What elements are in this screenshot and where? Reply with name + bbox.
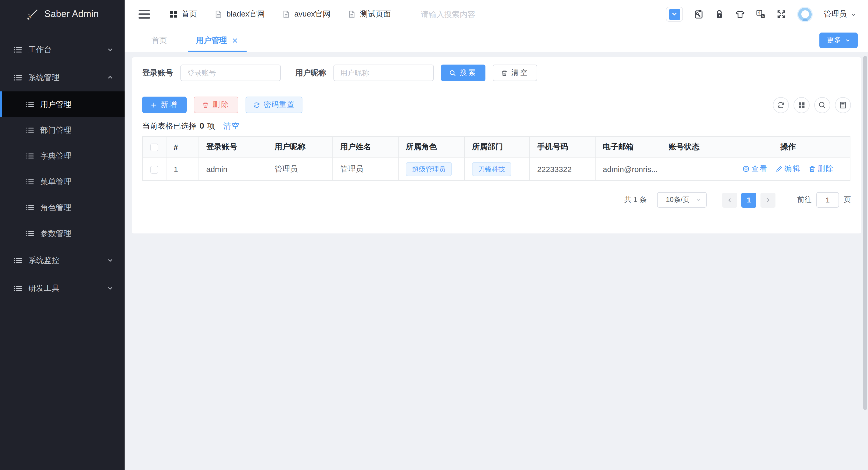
grid-icon (798, 101, 805, 109)
selection-clear-link[interactable]: 清空 (223, 121, 240, 131)
goto-page: 前往 页 (797, 192, 851, 208)
cell-operations: 查看 编辑 删除 (726, 157, 850, 180)
menu-list-icon (26, 152, 34, 160)
menu-list-icon (26, 229, 34, 238)
saber-logo-icon (26, 7, 39, 21)
edit-pencil-icon (775, 165, 782, 172)
list-document-icon (839, 101, 847, 109)
tab-label: 用户管理 (196, 35, 227, 45)
refresh-icon (777, 101, 785, 109)
search-toggle-button[interactable] (814, 97, 830, 113)
top-nav: 首页 bladex官网 avuex官网 测试页面 (169, 9, 391, 19)
select-all-checkbox[interactable] (150, 144, 158, 152)
document-icon (348, 10, 356, 18)
table-actions: 新增 删除 密码重置 (142, 97, 851, 113)
language-icon[interactable]: 中 A (756, 9, 766, 19)
vertical-scrollbar[interactable] (863, 56, 867, 410)
global-search-input[interactable] (421, 10, 540, 19)
sidebar-item-menu-mgmt[interactable]: 菜单管理 (0, 169, 125, 195)
sidebar-item-label: 系统监控 (28, 256, 101, 265)
lock-icon[interactable] (714, 9, 724, 19)
delete-button[interactable]: 删除 (194, 97, 238, 113)
sidebar-item-label: 菜单管理 (40, 177, 113, 187)
close-icon[interactable] (231, 37, 238, 44)
menu-collapse-toggle-button[interactable] (666, 7, 683, 22)
clear-button[interactable]: 清空 (493, 65, 537, 81)
sidebar-item-system[interactable]: 系统管理 (0, 64, 125, 92)
debug-clipboard-icon[interactable] (694, 9, 704, 19)
topnav-item-bladex[interactable]: bladex官网 (215, 9, 265, 19)
topnav-item-avuex[interactable]: avuex官网 (282, 9, 330, 19)
chevron-down-icon (107, 285, 113, 291)
hamburger-icon[interactable] (138, 10, 150, 18)
search-icon (818, 101, 826, 109)
tab-home[interactable]: 首页 (146, 28, 172, 52)
cell-account: admin (199, 157, 267, 180)
chevron-down-icon (107, 257, 113, 263)
view-link[interactable]: 查看 (742, 164, 768, 173)
current-page-button[interactable]: 1 (741, 192, 756, 207)
delete-link[interactable]: 删除 (808, 164, 834, 173)
row-select-cell (143, 157, 166, 180)
select-all-cell (143, 137, 166, 157)
column-settings-button[interactable] (794, 97, 810, 113)
topnav-item-testpage[interactable]: 测试页面 (348, 9, 391, 19)
app-title: Saber Admin (44, 9, 99, 20)
search-button[interactable]: 搜索 (441, 65, 486, 81)
tab-user-mgmt[interactable]: 用户管理 (191, 28, 244, 52)
pagination: 共 1 条 10条/页 1 前往 页 (142, 192, 851, 208)
fullscreen-icon[interactable] (776, 9, 786, 19)
sidebar-item-dept-mgmt[interactable]: 部门管理 (0, 117, 125, 143)
col-dept: 所属部门 (465, 137, 530, 157)
refresh-button[interactable] (773, 97, 789, 113)
user-avatar[interactable] (797, 6, 813, 22)
reset-password-button[interactable]: 密码重置 (246, 97, 303, 113)
cell-role: 超级管理员 (398, 157, 465, 180)
grid-icon (169, 10, 177, 18)
goto-page-input[interactable] (816, 192, 839, 208)
menu-list-icon (26, 100, 34, 108)
svg-text:A: A (762, 14, 764, 18)
log-view-button[interactable] (835, 97, 851, 113)
dept-tag: 刀锋科技 (472, 162, 511, 176)
chevron-down-icon (845, 38, 850, 43)
nickname-input[interactable] (334, 65, 434, 81)
user-menu[interactable]: 管理员 (824, 9, 857, 19)
menu-list-icon (13, 256, 22, 265)
sidebar-item-user-mgmt[interactable]: 用户管理 (0, 92, 125, 117)
sidebar-item-param-mgmt[interactable]: 参数管理 (0, 221, 125, 246)
clear-button-label: 清空 (511, 68, 529, 77)
col-nickname: 用户昵称 (267, 137, 333, 157)
next-page-button[interactable] (761, 192, 775, 207)
refresh-icon (253, 101, 260, 108)
theme-shirt-icon[interactable] (735, 9, 745, 19)
selection-info: 当前表格已选择 0 项 清空 (142, 120, 851, 132)
sidebar-item-dict-mgmt[interactable]: 字典管理 (0, 143, 125, 169)
search-icon (449, 69, 456, 76)
account-input[interactable] (180, 65, 281, 81)
col-status: 账号状态 (661, 137, 726, 157)
cell-status (661, 157, 726, 180)
more-tabs-button[interactable]: 更多 (819, 33, 858, 48)
sidebar-item-role-mgmt[interactable]: 角色管理 (0, 195, 125, 221)
topnav-item-home[interactable]: 首页 (169, 9, 197, 19)
selection-suffix: 项 (207, 121, 215, 131)
sidebar-item-workbench[interactable]: 工作台 (0, 36, 125, 64)
menu-list-icon (13, 73, 22, 82)
plus-icon (150, 101, 157, 108)
goto-label: 前往 (797, 195, 812, 204)
table-header-row: # 登录账号 用户昵称 用户姓名 所属角色 所属部门 手机号码 电子邮箱 账号状… (143, 137, 850, 157)
selection-prefix: 当前表格已选择 (142, 121, 196, 131)
add-button[interactable]: 新增 (142, 97, 187, 113)
page-size-select[interactable]: 10条/页 (657, 192, 707, 208)
header-actions: 中 A 管理员 (666, 6, 857, 22)
prev-page-button[interactable] (722, 192, 737, 207)
reset-password-label: 密码重置 (264, 100, 295, 109)
sidebar-item-devtools[interactable]: 研发工具 (0, 274, 125, 302)
chevron-right-icon (765, 197, 771, 203)
col-phone: 手机号码 (530, 137, 595, 157)
row-checkbox[interactable] (150, 166, 158, 173)
logo: Saber Admin (0, 0, 125, 28)
edit-link[interactable]: 编辑 (775, 164, 801, 173)
sidebar-item-monitor[interactable]: 系统监控 (0, 246, 125, 274)
